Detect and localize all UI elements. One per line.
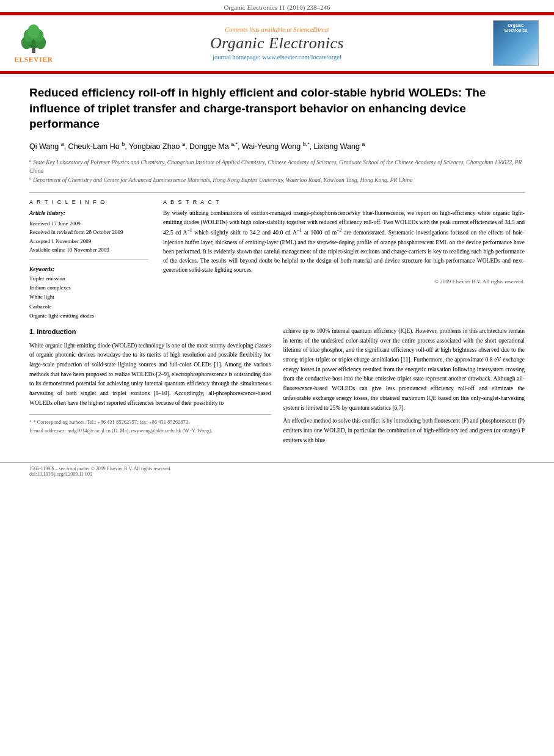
body-col-right: achieve up to 100% internal quantum effi…	[283, 327, 525, 449]
accepted-date: Accepted 1 November 2009	[29, 237, 148, 245]
keywords-title: Keywords:	[29, 266, 148, 272]
keyword-5: Organic light-emitting diodes	[29, 311, 148, 321]
cover-thumbnail-container: Organic Electronics	[493, 20, 548, 66]
keywords-block: Keywords: Triplet emission Iridium compl…	[29, 266, 148, 321]
homepage-url[interactable]: www.elsevier.com/locate/orgel	[262, 54, 341, 60]
elsevier-wordmark: ELSEVIER	[14, 56, 53, 63]
main-content: Reduced efficiency roll-off in highly ef…	[0, 74, 554, 460]
intro-para-1: White organic light-emitting diode (WOLE…	[29, 341, 271, 409]
article-info-label: A R T I C L E I N F O	[29, 199, 148, 205]
abstract-label: A B S T R A C T	[163, 199, 525, 205]
footnote-corresponding: * * Corresponding authors. Tel.: +86 431…	[29, 418, 271, 427]
info-abstract-columns: A R T I C L E I N F O Article history: R…	[29, 199, 525, 321]
keyword-1: Triplet emission	[29, 274, 148, 283]
abstract-text: By wisely utilizing combinations of exci…	[163, 209, 525, 275]
keyword-2: Iridium complexes	[29, 283, 148, 293]
doi-text: doi:10.1016/j.orgel.2009.11.001	[29, 471, 92, 477]
body-columns: 1. Introduction White organic light-emit…	[29, 327, 525, 449]
page-wrapper: Organic Electronics 11 (2010) 238–246 EL…	[0, 0, 554, 756]
keyword-4: Carbazole	[29, 302, 148, 311]
elsevier-tree-icon	[15, 24, 52, 54]
oe-cover-title: Organic Electronics	[505, 23, 528, 34]
bottom-bar: 1566-1199/$ – see front matter © 2009 El…	[0, 462, 554, 480]
journal-center-info: Contents lists available at ScienceDirec…	[61, 26, 493, 60]
article-title: Reduced efficiency roll-off in highly ef…	[29, 85, 525, 132]
divider-1	[29, 192, 525, 193]
footnote-email: E-mail addresses: mdg1014@ciac.jl.cn (D.…	[29, 427, 271, 435]
intro-para-3: An effective method to solve this confli…	[283, 416, 525, 445]
received-date: Received 17 June 2009	[29, 219, 148, 228]
divider-keywords	[29, 260, 148, 260]
copyright-notice: © 2009 Elsevier B.V. All rights reserved…	[163, 278, 525, 285]
article-info-column: A R T I C L E I N F O Article history: R…	[29, 199, 148, 321]
elsevier-logo: ELSEVIER	[6, 24, 61, 63]
keyword-3: White light	[29, 293, 148, 302]
oe-cover-image: Organic Electronics	[493, 20, 539, 66]
sciencedirect-line: Contents lists available at ScienceDirec…	[61, 26, 493, 33]
journal-homepage: journal homepage: www.elsevier.com/locat…	[61, 54, 493, 60]
svg-point-6	[27, 24, 39, 38]
intro-para-2: achieve up to 100% internal quantum effi…	[283, 327, 525, 413]
article-history-title: Article history:	[29, 209, 148, 218]
journal-title: Organic Electronics	[61, 34, 493, 53]
footnotes: * * Corresponding authors. Tel.: +86 431…	[29, 414, 271, 435]
section-1-heading: 1. Introduction	[29, 327, 271, 338]
sciencedirect-link-text[interactable]: ScienceDirect	[293, 26, 329, 33]
article-history-block: Article history: Received 17 June 2009 R…	[29, 209, 148, 255]
revised-date: Received in revised form 28 October 2009	[29, 228, 148, 236]
issn-text: 1566-1199/$ – see front matter © 2009 El…	[29, 466, 171, 471]
body-col-left: 1. Introduction White organic light-emit…	[29, 327, 271, 449]
affiliations: a State Key Laboratory of Polymer Physic…	[29, 158, 525, 185]
abstract-column: A B S T R A C T By wisely utilizing comb…	[163, 199, 525, 321]
journal-citation: Organic Electronics 11 (2010) 238–246	[0, 0, 554, 12]
authors-line: Qi Wang a, Cheuk-Lam Ho b, Yongbiao Zhao…	[29, 140, 525, 153]
elsevier-logo-container: ELSEVIER	[6, 24, 61, 63]
online-date: Available online 10 November 2009	[29, 245, 148, 254]
journal-header: ELSEVIER Contents lists available at Sci…	[0, 14, 554, 72]
